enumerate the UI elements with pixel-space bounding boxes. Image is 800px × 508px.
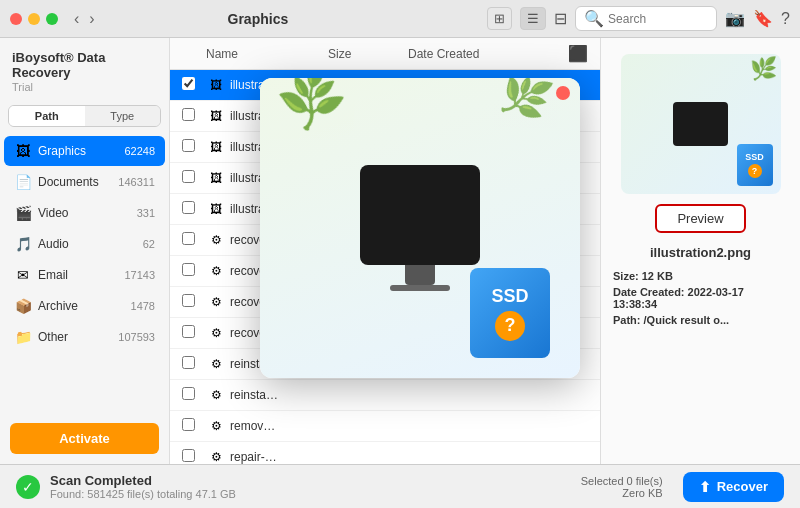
preview-area: 🌿 SSD ? [621, 54, 781, 194]
file-checkbox[interactable] [182, 107, 206, 125]
sidebar-item-label: Video [38, 206, 137, 220]
small-leaf-icon: 🌿 [750, 56, 777, 82]
path-label: Path: [613, 314, 641, 326]
date-label: Date Created: [613, 286, 685, 298]
ssd-question-icon: ? [495, 311, 525, 341]
preview-button-container: Preview [655, 204, 745, 233]
preview-overlay-close-button[interactable] [556, 86, 570, 100]
close-button[interactable] [10, 13, 22, 25]
sidebar-item-label: Documents [38, 175, 118, 189]
file-icon: ⚙ [206, 323, 226, 343]
file-checkbox[interactable] [182, 138, 206, 156]
file-info-path: Path: /Quick result o... [613, 314, 788, 326]
leaf-left-icon: 🌿 [270, 78, 353, 138]
scan-complete-icon: ✓ [16, 475, 40, 499]
file-icon: ⚙ [206, 416, 226, 436]
file-name: reinsta… [230, 388, 348, 402]
col-date-header: Date Created [408, 47, 568, 61]
table-row[interactable]: ⚙ repair-… [170, 442, 600, 464]
file-checkbox[interactable] [182, 169, 206, 187]
recover-icon: ⬆ [699, 479, 711, 495]
preview-overlay-window: 🌿 🌿 SSD ? [260, 78, 580, 378]
search-icon: 🔍 [584, 9, 604, 28]
title-bar: ‹ › Graphics ⊞ ☰ ⊟ 🔍 📷 🔖 ? [0, 0, 800, 38]
sidebar-item-other[interactable]: 📁 Other 107593 [4, 322, 165, 352]
sidebar-items: 🖼 Graphics 62248 📄 Documents 146311 🎬 Vi… [0, 135, 169, 413]
audio-icon: 🎵 [14, 235, 32, 253]
selected-info: Selected 0 file(s) Zero KB [581, 475, 663, 499]
small-preview-image: 🌿 SSD ? [621, 54, 781, 194]
sidebar-item-archive[interactable]: 📦 Archive 1478 [4, 291, 165, 321]
col-extra-header: ⬛ [568, 44, 588, 63]
file-area: Name Size Date Created ⬛ 🖼 illustration2… [170, 38, 600, 464]
file-icon: ⚙ [206, 385, 226, 405]
sidebar-item-label: Other [38, 330, 118, 344]
main-content: iBoysoft® Data Recovery Trial Path Type … [0, 38, 800, 464]
sidebar-item-count: 107593 [118, 331, 155, 343]
leaf-right-icon: 🌿 [493, 78, 556, 127]
scan-info: Scan Completed Found: 581425 file(s) tot… [50, 473, 571, 500]
file-checkbox[interactable] [182, 293, 206, 311]
imac-stand [405, 265, 435, 285]
file-checkbox[interactable] [182, 200, 206, 218]
file-icon: ⚙ [206, 292, 226, 312]
bottom-bar: ✓ Scan Completed Found: 581425 file(s) t… [0, 464, 800, 508]
file-checkbox[interactable] [182, 448, 206, 464]
camera-icon-button[interactable]: 📷 [725, 9, 745, 28]
sidebar-item-graphics[interactable]: 🖼 Graphics 62248 [4, 136, 165, 166]
file-icon: 🖼 [206, 106, 226, 126]
imac-body [360, 165, 480, 265]
tab-type[interactable]: Type [85, 106, 161, 126]
bookmark-icon-button[interactable]: 🔖 [753, 9, 773, 28]
sidebar-item-count: 331 [137, 207, 155, 219]
sidebar: iBoysoft® Data Recovery Trial Path Type … [0, 38, 170, 464]
file-checkbox[interactable] [182, 386, 206, 404]
file-list-header: Name Size Date Created ⬛ [170, 38, 600, 70]
scan-detail: Found: 581425 file(s) totaling 47.1 GB [50, 488, 571, 500]
help-icon-button[interactable]: ? [781, 9, 790, 28]
file-icon: ⚙ [206, 447, 226, 464]
list-view-button[interactable]: ☰ [520, 7, 546, 30]
tab-path[interactable]: Path [9, 106, 85, 126]
sidebar-item-audio[interactable]: 🎵 Audio 62 [4, 229, 165, 259]
sidebar-activate: Activate [0, 413, 169, 464]
toolbar-right: ⊞ ☰ ⊟ 🔍 📷 🔖 ? [487, 6, 790, 31]
preview-button[interactable]: Preview [655, 204, 745, 233]
small-ssd-label: SSD [745, 152, 764, 162]
file-checkbox[interactable] [182, 355, 206, 373]
file-icon: 🖼 [206, 75, 226, 95]
activate-button[interactable]: Activate [10, 423, 159, 454]
col-size-header: Size [328, 47, 408, 61]
sidebar-item-video[interactable]: 🎬 Video 331 [4, 198, 165, 228]
selected-size: Zero KB [581, 487, 663, 499]
table-row[interactable]: ⚙ remov… [170, 411, 600, 442]
sidebar-tabs: Path Type [8, 105, 161, 127]
recover-label: Recover [717, 479, 768, 494]
file-info-size: Size: 12 KB [613, 270, 788, 282]
search-input[interactable] [608, 12, 708, 26]
file-icon: 🖼 [206, 137, 226, 157]
file-checkbox[interactable] [182, 324, 206, 342]
other-icon: 📁 [14, 328, 32, 346]
sidebar-item-label: Audio [38, 237, 143, 251]
imac-scene: 🌿 🌿 SSD ? [260, 78, 580, 378]
recover-button[interactable]: ⬆ Recover [683, 472, 784, 502]
file-checkbox[interactable] [182, 76, 206, 94]
col-name-header: Name [206, 47, 328, 61]
window-title: Graphics [29, 11, 487, 27]
file-icon: ⚙ [206, 354, 226, 374]
file-icon: ⚙ [206, 230, 226, 250]
preview-overlay: 🌿 🌿 SSD ? [250, 68, 590, 388]
sidebar-item-email[interactable]: ✉ Email 17143 [4, 260, 165, 290]
filter-button[interactable]: ⊟ [554, 9, 567, 28]
sidebar-item-documents[interactable]: 📄 Documents 146311 [4, 167, 165, 197]
file-checkbox[interactable] [182, 417, 206, 435]
small-imac-body [673, 102, 728, 146]
grid-view-button[interactable]: ⊞ [487, 7, 512, 30]
file-checkbox[interactable] [182, 262, 206, 280]
file-info-date: Date Created: 2022-03-17 13:38:34 [613, 286, 788, 310]
file-icon: 🖼 [206, 199, 226, 219]
ssd-box: SSD ? [470, 268, 550, 358]
app-title: iBoysoft® Data Recovery [12, 50, 157, 80]
file-checkbox[interactable] [182, 231, 206, 249]
